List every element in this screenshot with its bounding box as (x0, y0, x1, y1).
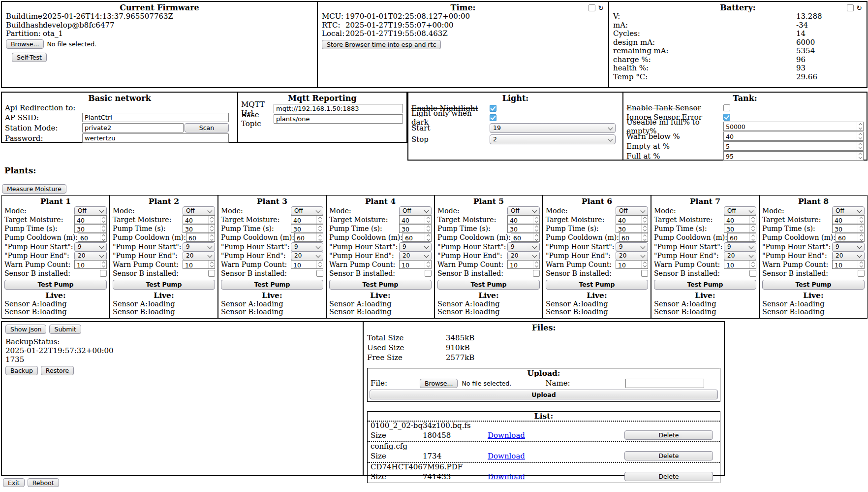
password-input[interactable] (82, 133, 229, 143)
spinner-icon[interactable] (641, 216, 648, 224)
time-auto-refresh-checkbox[interactable] (589, 4, 595, 11)
ap-ssid-input[interactable] (82, 113, 229, 122)
plant-8-select[interactable]: 20 (832, 251, 865, 261)
spinner-icon[interactable] (100, 261, 106, 268)
delete-button[interactable]: Delete (624, 430, 713, 440)
backup-button[interactable]: Backup (5, 366, 38, 375)
spinner-icon[interactable] (857, 122, 863, 131)
plant-6-select[interactable]: 9 (616, 242, 648, 252)
plant-2-select[interactable]: 20 (183, 251, 215, 261)
plant-2-sensor-b-checkbox[interactable] (208, 270, 215, 277)
spinner-icon[interactable] (316, 225, 323, 232)
upload-browse-button[interactable]: Browse... (420, 379, 458, 388)
plant-1-select[interactable]: Off (74, 206, 107, 216)
plant-4-select[interactable]: 9 (399, 242, 432, 252)
plant-4-sensor-b-checkbox[interactable] (425, 270, 432, 277)
spinner-icon[interactable] (858, 216, 864, 224)
plant-4-select[interactable]: Off (399, 206, 432, 216)
spinner-icon[interactable] (316, 261, 323, 268)
delete-button[interactable]: Delete (624, 451, 713, 460)
test-pump-button[interactable]: Test Pump (4, 280, 107, 290)
test-pump-button[interactable]: Test Pump (113, 280, 215, 290)
spinner-icon[interactable] (749, 225, 756, 232)
spinner-icon[interactable] (425, 225, 431, 232)
plant-5-select[interactable]: 9 (507, 242, 540, 252)
test-pump-button[interactable]: Test Pump (654, 280, 756, 290)
enable-tank-sensor-checkbox[interactable] (723, 104, 730, 111)
test-pump-button[interactable]: Test Pump (762, 280, 865, 290)
station-mode-input[interactable] (82, 123, 184, 132)
plant-6-select[interactable]: 20 (616, 251, 648, 261)
battery-auto-refresh-checkbox[interactable] (847, 4, 854, 11)
spinner-icon[interactable] (316, 216, 323, 224)
plant-6-sensor-b-checkbox[interactable] (641, 270, 648, 277)
plant-7-select[interactable]: 20 (724, 251, 756, 261)
plant-8-select[interactable]: Off (832, 206, 865, 216)
plant-1-select[interactable]: 9 (74, 242, 107, 252)
show-json-button[interactable]: Show Json (5, 325, 46, 334)
spinner-icon[interactable] (425, 233, 431, 241)
self-test-button[interactable]: Self-Test (12, 53, 47, 62)
spinner-icon[interactable] (858, 233, 864, 241)
light-only-dark-checkbox[interactable] (490, 114, 496, 121)
download-link[interactable]: Download (488, 452, 525, 460)
spinner-icon[interactable] (641, 233, 648, 241)
refresh-icon[interactable]: ↻ (856, 4, 862, 11)
plant-2-select[interactable]: Off (183, 206, 215, 216)
empty-at-input[interactable] (724, 142, 863, 151)
plant-2-select[interactable]: 9 (183, 242, 215, 252)
full-at-input[interactable] (724, 152, 863, 161)
plant-4-select[interactable]: 20 (399, 251, 432, 261)
spinner-icon[interactable] (641, 261, 648, 268)
scan-button[interactable]: Scan (185, 123, 229, 132)
test-pump-button[interactable]: Test Pump (329, 280, 432, 290)
plant-5-sensor-b-checkbox[interactable] (533, 270, 540, 277)
plant-7-sensor-b-checkbox[interactable] (749, 270, 756, 277)
spinner-icon[interactable] (533, 233, 539, 241)
spinner-icon[interactable] (749, 233, 756, 241)
spinner-icon[interactable] (749, 261, 756, 268)
spinner-icon[interactable] (425, 216, 431, 224)
spinner-icon[interactable] (749, 216, 756, 224)
download-link[interactable]: Download (488, 431, 525, 440)
plant-8-select[interactable]: 9 (832, 242, 865, 252)
refresh-icon[interactable]: ↻ (598, 4, 604, 11)
spinner-icon[interactable] (857, 142, 863, 150)
test-pump-button[interactable]: Test Pump (437, 280, 540, 290)
submit-button[interactable]: Submit (49, 325, 81, 334)
plant-5-select[interactable]: Off (507, 206, 540, 216)
download-link[interactable]: Download (488, 472, 525, 481)
spinner-icon[interactable] (533, 261, 539, 268)
spinner-icon[interactable] (857, 132, 863, 140)
plant-3-select[interactable]: 9 (291, 242, 323, 252)
spinner-icon[interactable] (208, 216, 215, 224)
useable-ml-input[interactable] (724, 123, 863, 131)
enable-nightlight-checkbox[interactable] (490, 105, 496, 112)
spinner-icon[interactable] (100, 216, 106, 224)
spinner-icon[interactable] (858, 261, 864, 268)
upload-name-input[interactable] (625, 379, 704, 388)
exit-button[interactable]: Exit (3, 478, 25, 487)
light-start-select[interactable]: 19 (490, 123, 616, 133)
spinner-icon[interactable] (208, 233, 215, 241)
firmware-browse-button[interactable]: Browse... (6, 39, 44, 49)
delete-button[interactable]: Delete (624, 472, 713, 481)
spinner-icon[interactable] (100, 225, 106, 232)
plant-3-sensor-b-checkbox[interactable] (316, 270, 323, 277)
spinner-icon[interactable] (533, 225, 539, 232)
measure-moisture-button[interactable]: Measure Moisture (2, 184, 66, 194)
plant-3-select[interactable]: Off (291, 206, 323, 216)
spinner-icon[interactable] (425, 261, 431, 268)
store-browser-time-button[interactable]: Store Browser time into esp and rtc (322, 40, 441, 49)
test-pump-button[interactable]: Test Pump (546, 280, 648, 290)
plant-7-select[interactable]: 9 (724, 242, 756, 252)
upload-button[interactable]: Upload (370, 390, 718, 399)
test-pump-button[interactable]: Test Pump (221, 280, 323, 290)
ignore-sensor-error-checkbox[interactable] (723, 114, 730, 121)
plant-6-select[interactable]: Off (616, 206, 648, 216)
warn-below-input[interactable] (724, 132, 863, 141)
spinner-icon[interactable] (208, 261, 215, 268)
restore-button[interactable]: Restore (41, 366, 74, 375)
spinner-icon[interactable] (533, 216, 539, 224)
plant-8-sensor-b-checkbox[interactable] (858, 270, 865, 277)
